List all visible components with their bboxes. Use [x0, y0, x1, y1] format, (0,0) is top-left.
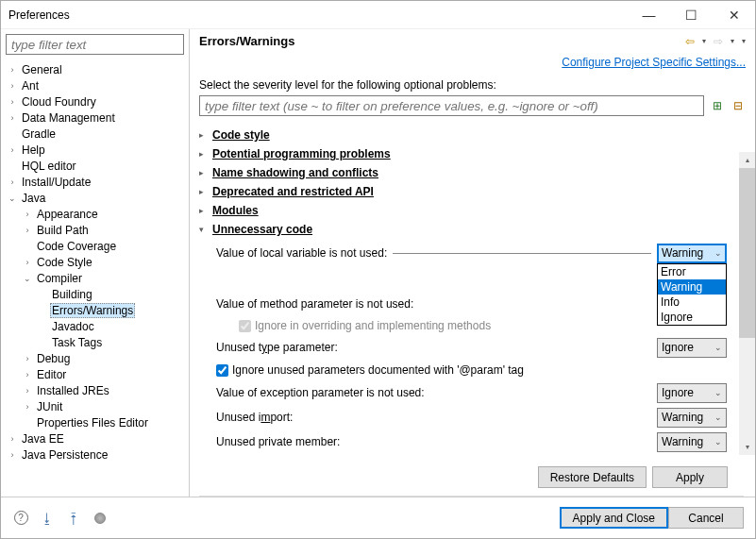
- tree-item-java-persistence[interactable]: ›Java Persistence: [1, 446, 189, 463]
- category-deprecated-and-restricted-api[interactable]: ▸Deprecated and restricted API: [199, 182, 727, 201]
- tree-item-label: Compiler: [35, 272, 84, 285]
- category-potential-programming-problems[interactable]: ▸Potential programming problems: [199, 144, 727, 163]
- dropdown-option-info[interactable]: Info: [658, 295, 726, 310]
- chevron-right-icon[interactable]: ›: [7, 177, 18, 188]
- unused-import-label: Unused import:: [216, 411, 293, 424]
- category-modules[interactable]: ▸Modules: [199, 201, 727, 220]
- back-icon[interactable]: ⇦: [685, 35, 695, 48]
- forward-icon[interactable]: ⇨: [714, 35, 723, 48]
- config-project-link[interactable]: Configure Project Specific Settings...: [562, 56, 746, 69]
- chevron-right-icon[interactable]: ›: [22, 401, 33, 413]
- chevron-right-icon[interactable]: ›: [22, 353, 33, 364]
- chevron-right-icon[interactable]: ▸: [199, 168, 209, 177]
- tree-item-ant[interactable]: ›Ant: [1, 77, 189, 93]
- tree-item-cloud-foundry[interactable]: ›Cloud Foundry: [1, 93, 189, 109]
- severity-dropdown-list[interactable]: ErrorWarningInfoIgnore: [657, 263, 727, 326]
- category-label: Potential programming problems: [212, 147, 391, 160]
- chevron-right-icon[interactable]: ›: [7, 112, 18, 124]
- tree-item-appearance[interactable]: ›Appearance: [1, 206, 189, 222]
- chevron-right-icon[interactable]: ›: [7, 64, 18, 76]
- scrollbar[interactable]: ▴ ▾: [739, 152, 755, 455]
- import-icon[interactable]: ⭳: [39, 510, 56, 527]
- tree-item-debug[interactable]: ›Debug: [1, 350, 189, 366]
- cancel-button[interactable]: Cancel: [668, 507, 744, 529]
- tree-item-compiler[interactable]: ⌄Compiler: [1, 270, 189, 286]
- tree-item-label: Editor: [35, 368, 68, 381]
- tree-item-editor[interactable]: ›Editor: [1, 366, 189, 382]
- tree-item-general[interactable]: ›General: [1, 61, 189, 77]
- maximize-button[interactable]: ☐: [670, 1, 713, 29]
- chevron-right-icon[interactable]: ›: [22, 257, 33, 268]
- chevron-right-icon[interactable]: ▸: [199, 206, 209, 215]
- chevron-right-icon[interactable]: ›: [7, 144, 18, 156]
- main-panel: Errors/Warnings ⇦ ▾ ⇨ ▾ ▾ Configure Proj…: [190, 29, 755, 497]
- unused-import-select[interactable]: Warning⌄: [657, 408, 727, 428]
- chevron-down-icon[interactable]: ⌄: [22, 273, 33, 284]
- exception-select[interactable]: Ignore⌄: [657, 383, 727, 403]
- scroll-thumb[interactable]: [739, 168, 755, 338]
- tree-item-label: Building: [50, 288, 94, 301]
- close-button[interactable]: ✕: [713, 1, 755, 29]
- chevron-right-icon[interactable]: ▸: [199, 187, 209, 196]
- chevron-down-icon[interactable]: ▾: [199, 225, 209, 234]
- sidebar-filter-input[interactable]: [6, 34, 184, 55]
- tree-item-help[interactable]: ›Help: [1, 142, 189, 158]
- unused-type-select[interactable]: Ignore⌄: [657, 338, 727, 358]
- back-menu-icon[interactable]: ▾: [702, 37, 706, 45]
- tree-item-building[interactable]: Building: [1, 286, 189, 302]
- view-menu-icon[interactable]: ▾: [742, 37, 746, 45]
- chevron-right-icon[interactable]: ›: [22, 209, 33, 220]
- search-input[interactable]: [199, 95, 704, 116]
- chevron-right-icon[interactable]: ›: [22, 225, 33, 236]
- apply-and-close-button[interactable]: Apply and Close: [560, 507, 668, 529]
- tree-item-label: Install/Update: [20, 176, 92, 189]
- unused-private-select[interactable]: Warning⌄: [657, 432, 727, 452]
- chevron-right-icon[interactable]: ›: [7, 80, 18, 92]
- preferences-tree[interactable]: ›General›Ant›Cloud Foundry›Data Manageme…: [1, 59, 189, 497]
- tree-item-java[interactable]: ⌄Java: [1, 190, 189, 206]
- chevron-right-icon[interactable]: ›: [22, 385, 33, 396]
- local-var-select[interactable]: Warning⌄: [657, 244, 727, 263]
- chevron-right-icon[interactable]: ›: [7, 433, 18, 445]
- chevron-right-icon[interactable]: ›: [7, 96, 18, 108]
- tree-item-installed-jres[interactable]: ›Installed JREs: [1, 382, 189, 398]
- scroll-up-icon[interactable]: ▴: [739, 152, 755, 168]
- expand-all-icon[interactable]: ⊞: [710, 98, 725, 113]
- tree-item-properties-files-editor[interactable]: Properties Files Editor: [1, 414, 189, 430]
- tree-item-install-update[interactable]: ›Install/Update: [1, 174, 189, 190]
- dropdown-option-ignore[interactable]: Ignore: [658, 310, 726, 325]
- tree-item-hql-editor[interactable]: HQL editor: [1, 158, 189, 174]
- category-code-style[interactable]: ▸Code style: [199, 126, 727, 144]
- forward-menu-icon[interactable]: ▾: [731, 37, 734, 45]
- category-name-shadowing-and-conflicts[interactable]: ▸Name shadowing and conflicts: [199, 163, 727, 182]
- tree-item-javadoc[interactable]: Javadoc: [1, 318, 189, 334]
- dropdown-option-warning[interactable]: Warning: [658, 279, 726, 295]
- dropdown-option-error[interactable]: Error: [658, 264, 726, 279]
- minimize-button[interactable]: —: [628, 1, 670, 29]
- chevron-down-icon[interactable]: ⌄: [7, 193, 18, 204]
- scroll-down-icon[interactable]: ▾: [739, 439, 755, 455]
- tree-item-junit[interactable]: ›JUnit: [1, 398, 189, 414]
- oomphe-icon[interactable]: [92, 510, 109, 527]
- tree-item-build-path[interactable]: ›Build Path: [1, 222, 189, 238]
- chevron-right-icon[interactable]: ›: [22, 369, 33, 380]
- tree-item-gradle[interactable]: Gradle: [1, 126, 189, 142]
- chevron-right-icon[interactable]: ▸: [199, 149, 209, 159]
- ignore-param-checkbox[interactable]: [216, 364, 228, 377]
- help-icon[interactable]: ?: [12, 510, 29, 527]
- tree-item-code-coverage[interactable]: Code Coverage: [1, 238, 189, 254]
- chevron-right-icon[interactable]: ▸: [199, 130, 209, 140]
- restore-defaults-button[interactable]: Restore Defaults: [538, 466, 647, 488]
- chevron-right-icon[interactable]: ›: [7, 449, 18, 461]
- apply-button[interactable]: Apply: [652, 466, 728, 488]
- export-icon[interactable]: ⭱: [65, 510, 82, 527]
- sidebar: ›General›Ant›Cloud Foundry›Data Manageme…: [1, 29, 190, 497]
- tree-item-code-style[interactable]: ›Code Style: [1, 254, 189, 270]
- collapse-all-icon[interactable]: ⊟: [731, 98, 746, 113]
- tree-item-errors-warnings[interactable]: Errors/Warnings: [1, 302, 189, 318]
- tree-item-label: Java Persistence: [20, 448, 109, 462]
- category-unnecessary-code[interactable]: ▾Unnecessary code: [199, 220, 727, 239]
- tree-item-java-ee[interactable]: ›Java EE: [1, 430, 189, 446]
- tree-item-task-tags[interactable]: Task Tags: [1, 334, 189, 350]
- tree-item-data-management[interactable]: ›Data Management: [1, 109, 189, 126]
